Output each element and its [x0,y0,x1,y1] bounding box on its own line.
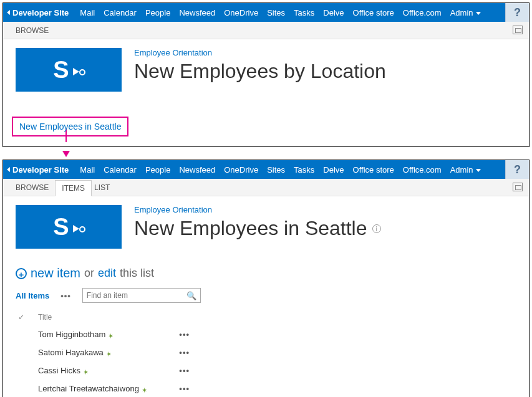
caret-down-icon [476,169,481,172]
help-button[interactable]: ? [505,160,529,179]
item-title[interactable]: Satomi Hayakawa [38,348,104,357]
nav-mail[interactable]: Mail [80,8,95,17]
list-item[interactable]: Tom Higginbotham ✶ ••• [16,325,516,343]
page-header: S Employee Orientation New Employees by … [3,39,529,104]
item-title[interactable]: Tom Higginbotham [38,330,105,339]
nav-admin[interactable]: Admin [450,165,481,175]
nav-onedrive[interactable]: OneDrive [224,165,258,175]
new-badge-icon: ✶ [142,386,147,391]
new-item-link[interactable]: new item [31,266,80,280]
sharepoint-logo-tile[interactable]: S [16,205,122,249]
page-header: S Employee Orientation New Employees in … [3,196,529,261]
item-title[interactable]: Cassi Hicks [38,366,80,375]
item-menu-icon[interactable]: ••• [179,366,190,375]
global-nav-bar: Developer Site Mail Calendar People News… [3,3,529,22]
nav-sites[interactable]: Sites [267,8,285,17]
screenshot-top: Developer Site Mail Calendar People News… [2,2,530,147]
list-link-new-employees-seattle[interactable]: New Employees in Seattle [12,117,128,136]
help-button[interactable]: ? [505,3,529,22]
nav-sites[interactable]: Sites [267,165,285,175]
nav-office-com[interactable]: Office.com [403,8,442,17]
caret-down-icon [476,12,481,15]
column-select[interactable]: ✓ [18,313,27,322]
page-title: New Employees by Location [134,60,386,83]
page-title: New Employees in Seattle i [134,217,381,240]
nav-delve[interactable]: Delve [323,165,344,175]
global-nav-links: Mail Calendar People Newsfeed OneDrive S… [80,165,480,175]
chevron-left-icon [7,10,10,15]
sharepoint-logo-icon: S [53,57,84,84]
column-title[interactable]: Title [38,313,52,322]
nav-office-store[interactable]: Office store [353,8,394,17]
list-item[interactable]: Lertchai Treetawatchaiwong ✶ ••• [16,380,516,397]
ribbon-tab-items[interactable]: ITEMS [55,180,92,196]
nav-people[interactable]: People [145,8,170,17]
sharepoint-logo-tile[interactable]: S [16,48,122,92]
item-menu-icon[interactable]: ••• [179,330,190,339]
search-icon[interactable]: 🔍 [186,291,196,300]
views-row: All Items ••• 🔍 [3,285,529,309]
ribbon-bar: BROWSE [3,22,529,39]
ribbon-tab-list[interactable]: LIST [88,180,116,195]
nav-people[interactable]: People [145,165,170,175]
ribbon-tab-browse[interactable]: BROWSE [9,23,55,38]
list-header-row: ✓ Title [16,309,516,325]
list-action-bar: + new item or edit this list [3,261,529,285]
ribbon-tab-browse[interactable]: BROWSE [9,180,55,195]
nav-newsfeed[interactable]: Newsfeed [179,165,215,175]
new-badge-icon: ✶ [106,350,111,355]
item-title[interactable]: Lertchai Treetawatchaiwong [38,384,139,393]
list-table: ✓ Title Tom Higginbotham ✶ ••• Satomi Ha… [3,309,529,397]
new-badge-icon: ✶ [108,332,113,337]
chevron-left-icon [7,167,10,172]
plus-circle-icon[interactable]: + [16,268,27,279]
search-input[interactable] [87,291,186,300]
breadcrumb-link[interactable]: Employee Orientation [134,205,381,214]
views-more-icon[interactable]: ••• [60,291,71,300]
annotation-arrowhead-icon [62,151,70,157]
nav-mail[interactable]: Mail [80,165,95,175]
nav-delve[interactable]: Delve [323,8,344,17]
focus-content-icon[interactable] [513,183,523,191]
ribbon-bar: BROWSE ITEMS LIST [3,179,529,196]
nav-newsfeed[interactable]: Newsfeed [179,8,215,17]
site-name-link[interactable]: Developer Site [7,165,69,175]
sharepoint-logo-icon: S [53,214,84,241]
nav-calendar[interactable]: Calendar [104,165,137,175]
nav-office-store[interactable]: Office store [353,165,394,175]
nav-admin[interactable]: Admin [450,8,481,17]
list-item[interactable]: Cassi Hicks ✶ ••• [16,361,516,380]
view-all-items[interactable]: All Items [16,291,49,300]
info-icon[interactable]: i [372,224,381,233]
nav-calendar[interactable]: Calendar [104,8,137,17]
global-nav-links: Mail Calendar People Newsfeed OneDrive S… [80,8,480,17]
action-text-tail: this list [120,267,154,280]
edit-list-link[interactable]: edit [98,267,116,280]
item-menu-icon[interactable]: ••• [179,384,190,393]
action-text-or: or [84,267,94,280]
screenshot-bottom: Developer Site Mail Calendar People News… [2,160,530,397]
breadcrumb-link[interactable]: Employee Orientation [134,48,386,57]
list-item[interactable]: Satomi Hayakawa ✶ ••• [16,343,516,361]
nav-tasks[interactable]: Tasks [294,165,314,175]
new-badge-icon: ✶ [83,368,88,373]
item-menu-icon[interactable]: ••• [179,348,190,357]
global-nav-bar: Developer Site Mail Calendar People News… [3,160,529,179]
nav-office-com[interactable]: Office.com [403,165,442,175]
focus-content-icon[interactable] [513,26,523,34]
site-name-link[interactable]: Developer Site [7,8,69,17]
nav-tasks[interactable]: Tasks [294,8,314,17]
search-box[interactable]: 🔍 [82,288,201,303]
nav-onedrive[interactable]: OneDrive [224,8,258,17]
